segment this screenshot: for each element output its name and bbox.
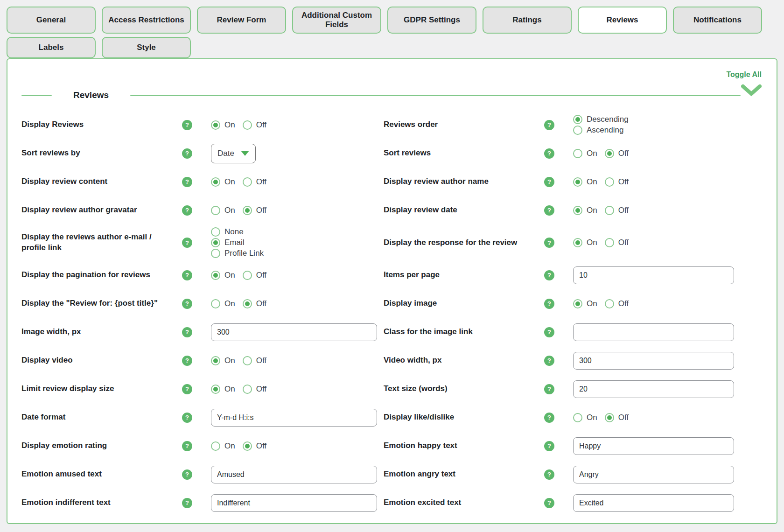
radio-option-display-review-content-on[interactable]: On xyxy=(211,177,235,187)
form-field: Display image?OnOff xyxy=(384,289,741,318)
input-text-size-words[interactable] xyxy=(573,380,734,398)
tab-reviews[interactable]: Reviews xyxy=(578,7,667,34)
radio-option-display-review-author-name-off[interactable]: Off xyxy=(605,177,629,187)
form-field: Emotion amused text? xyxy=(21,460,384,489)
tab-review-form[interactable]: Review Form xyxy=(197,7,286,34)
radio-option-sort-reviews-off[interactable]: Off xyxy=(605,149,629,158)
help-icon[interactable]: ? xyxy=(544,238,554,248)
tab-labels[interactable]: Labels xyxy=(7,37,96,58)
radio-option-display-the-pagination-for-reviews-on[interactable]: On xyxy=(211,271,235,280)
radio-option-display-review-author-name-on[interactable]: On xyxy=(573,177,597,187)
help-icon[interactable]: ? xyxy=(544,177,554,187)
radio-option-limit-review-display-size-off[interactable]: Off xyxy=(243,385,266,394)
radio-option-display-emotion-rating-on[interactable]: On xyxy=(211,441,235,451)
radio-option-display-the-reviews-author-e-mail-profile-link-email[interactable]: Email xyxy=(211,238,245,247)
help-icon[interactable]: ? xyxy=(182,238,192,248)
help-icon[interactable]: ? xyxy=(544,384,554,394)
field-label: Display image xyxy=(384,298,544,309)
help-icon[interactable]: ? xyxy=(544,469,554,480)
help-icon[interactable]: ? xyxy=(182,356,192,366)
help-icon[interactable]: ? xyxy=(182,120,192,130)
radio-option-display-image-on[interactable]: On xyxy=(573,299,597,308)
radio-option-display-reviews-on[interactable]: On xyxy=(211,120,235,130)
input-emotion-happy-text[interactable] xyxy=(573,437,734,455)
radio-option-display-the-response-for-the-review-on[interactable]: On xyxy=(573,238,597,247)
field-label: Items per page xyxy=(384,270,544,280)
chevron-down-icon[interactable] xyxy=(741,84,762,97)
help-icon[interactable]: ? xyxy=(182,270,192,280)
help-icon[interactable]: ? xyxy=(182,498,192,508)
tab-general[interactable]: General xyxy=(7,7,96,34)
radio-option-display-reviews-off[interactable]: Off xyxy=(243,120,266,130)
radio-option-reviews-order-ascending[interactable]: Ascending xyxy=(573,126,623,135)
radio-option-display-the-pagination-for-reviews-off[interactable]: Off xyxy=(243,271,266,280)
radio-option-sort-reviews-on[interactable]: On xyxy=(573,149,597,158)
input-items-per-page[interactable] xyxy=(573,266,734,284)
help-icon[interactable]: ? xyxy=(182,441,192,451)
field-label: Emotion indifferent text xyxy=(21,497,182,508)
tab-ratings[interactable]: Ratings xyxy=(483,7,572,34)
input-image-width-px[interactable] xyxy=(211,323,377,341)
field-control xyxy=(211,494,377,512)
radio-option-reviews-order-descending[interactable]: Descending xyxy=(573,115,629,124)
radio-option-limit-review-display-size-on[interactable]: On xyxy=(211,385,235,394)
radio-option-display-emotion-rating-off[interactable]: Off xyxy=(243,441,266,451)
radio-option-display-image-off[interactable]: Off xyxy=(605,299,629,308)
radio-icon xyxy=(605,238,614,247)
help-icon[interactable]: ? xyxy=(544,413,554,423)
help-icon[interactable]: ? xyxy=(182,299,192,309)
radio-option-display-review-date-on[interactable]: On xyxy=(573,206,597,215)
form-field: Date format? xyxy=(21,403,384,432)
help-icon[interactable]: ? xyxy=(544,327,554,337)
radio-option-display-the-response-for-the-review-off[interactable]: Off xyxy=(605,238,629,247)
input-emotion-excited-text[interactable] xyxy=(573,494,734,512)
radio-option-display-the-reviews-author-e-mail-profile-link-profile-link[interactable]: Profile Link xyxy=(211,249,264,258)
help-icon[interactable]: ? xyxy=(182,148,192,159)
form-field: Image width, px? xyxy=(21,318,384,346)
select-sort-reviews-by[interactable]: Date xyxy=(211,144,256,163)
help-icon[interactable]: ? xyxy=(182,177,192,187)
tab-style[interactable]: Style xyxy=(102,37,191,58)
help-icon[interactable]: ? xyxy=(544,441,554,451)
radio-option-display-review-content-off[interactable]: Off xyxy=(243,177,266,187)
help-icon[interactable]: ? xyxy=(182,327,192,337)
tab-notifications[interactable]: Notifications xyxy=(673,7,762,34)
tab-additional-custom-fields[interactable]: Additional Custom Fields xyxy=(292,7,381,34)
input-date-format[interactable] xyxy=(211,409,377,427)
help-icon[interactable]: ? xyxy=(544,270,554,280)
input-emotion-indifferent-text[interactable] xyxy=(211,494,377,512)
toggle-all-link[interactable]: Toggle All xyxy=(726,70,762,79)
form-field: Display review author name?OnOff xyxy=(384,168,741,196)
radio-option-display-review-date-off[interactable]: Off xyxy=(605,206,629,215)
field-control: OnOff xyxy=(573,299,734,308)
input-emotion-amused-text[interactable] xyxy=(211,466,377,483)
help-icon[interactable]: ? xyxy=(544,356,554,366)
help-icon[interactable]: ? xyxy=(544,299,554,309)
help-icon[interactable]: ? xyxy=(544,498,554,508)
radio-option-display-review-author-gravatar-on[interactable]: On xyxy=(211,206,235,215)
tab-gdpr-settings[interactable]: GDPR Settings xyxy=(387,7,476,34)
radio-option-display-video-on[interactable]: On xyxy=(211,356,235,365)
input-emotion-angry-text[interactable] xyxy=(573,466,734,483)
field-label: Display review content xyxy=(21,176,182,187)
tab-access-restrictions[interactable]: Access Restrictions xyxy=(102,7,191,34)
radio-option-display-like-dislike-on[interactable]: On xyxy=(573,413,597,422)
input-class-for-the-image-link[interactable] xyxy=(573,323,734,341)
field-control xyxy=(573,494,734,512)
help-icon[interactable]: ? xyxy=(182,413,192,423)
help-icon[interactable]: ? xyxy=(544,205,554,216)
radio-option-display-the-review-for-post-title-off[interactable]: Off xyxy=(243,299,266,308)
radio-option-display-the-reviews-author-e-mail-profile-link-none[interactable]: None xyxy=(211,227,244,237)
input-video-width-px[interactable] xyxy=(573,352,734,370)
help-icon[interactable]: ? xyxy=(182,384,192,394)
radio-option-display-like-dislike-off[interactable]: Off xyxy=(605,413,629,422)
radio-option-display-review-author-gravatar-off[interactable]: Off xyxy=(243,206,266,215)
help-icon[interactable]: ? xyxy=(182,205,192,216)
radio-option-display-video-off[interactable]: Off xyxy=(243,356,266,365)
radio-option-display-the-review-for-post-title-on[interactable]: On xyxy=(211,299,235,308)
help-icon[interactable]: ? xyxy=(544,148,554,159)
help-icon[interactable]: ? xyxy=(544,120,554,130)
form-field: Emotion excited text? xyxy=(384,489,741,517)
radio-label: On xyxy=(224,271,235,280)
help-icon[interactable]: ? xyxy=(182,469,192,480)
